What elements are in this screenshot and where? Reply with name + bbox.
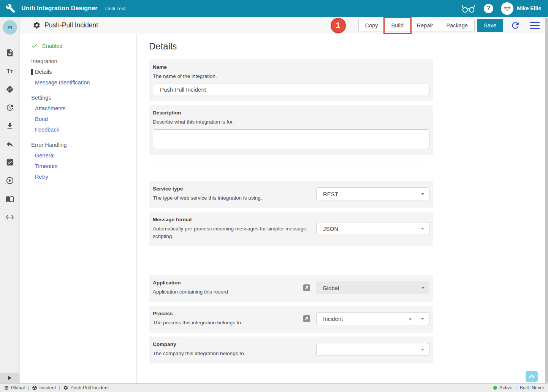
- field-card-name: Name The name of the integration.: [149, 59, 433, 101]
- rail-expand-button[interactable]: [0, 373, 19, 383]
- field-label: Company: [153, 341, 309, 347]
- message-format-value: JSON: [317, 225, 416, 232]
- open-reference-icon[interactable]: [303, 315, 310, 322]
- nav-item-timeouts[interactable]: Timeouts: [35, 163, 136, 169]
- clear-value-icon[interactable]: ×: [405, 316, 416, 322]
- vertical-scrollbar[interactable]: [545, 18, 548, 383]
- gear-icon: [63, 385, 68, 390]
- field-label: Service type: [153, 186, 309, 192]
- company-select[interactable]: [316, 343, 429, 356]
- app-title: Unifi Integration Designer: [21, 5, 98, 12]
- nav-section-title: Integration: [31, 58, 136, 64]
- field-card-process: Process The process this integration bel…: [149, 306, 433, 333]
- record-initials-avatar: PI: [3, 20, 17, 35]
- nav-item-attachments[interactable]: Attachments: [35, 105, 136, 111]
- download-icon[interactable]: [6, 122, 14, 130]
- field-label: Name: [153, 64, 429, 70]
- section-divider: [153, 162, 429, 162]
- save-button[interactable]: Save: [477, 19, 503, 32]
- play-circle-icon[interactable]: [6, 176, 14, 185]
- repair-button[interactable]: Repair: [410, 19, 440, 32]
- nav-item-details[interactable]: Details: [31, 69, 136, 75]
- nav-section-title: Settings: [31, 95, 136, 101]
- application-select[interactable]: Global: [316, 281, 429, 294]
- process-icon: [32, 385, 37, 390]
- field-help: Describe what this integration is for.: [153, 118, 429, 126]
- enabled-status-label: Enabled: [42, 43, 62, 49]
- document-icon[interactable]: [6, 49, 14, 57]
- rail-icon-list: TT: [0, 49, 19, 221]
- nav-item-retry[interactable]: Retry: [35, 174, 136, 180]
- field-help: The company this integration belongs to.: [153, 350, 309, 357]
- unifi-integration-designer-app: Unifi Integration Designer Unifi Test ?: [0, 0, 548, 392]
- assignment-done-icon[interactable]: [6, 158, 14, 167]
- header-actions: 1 Copy Build Repair Package Save: [331, 18, 548, 33]
- build-button-label: Build: [391, 22, 404, 29]
- nav-item-feedback[interactable]: Feedback: [35, 127, 136, 133]
- update-history-icon[interactable]: [6, 103, 14, 112]
- nav-section-error-handling: Error Handling General Timeouts Retry: [20, 142, 136, 180]
- topbar-right-group: ? Mike Ellis: [461, 2, 548, 15]
- breadcrumb-incident[interactable]: Incident: [32, 385, 56, 390]
- book-icon[interactable]: [6, 195, 14, 203]
- dropdown-arrow: [416, 188, 429, 200]
- directions-icon[interactable]: [6, 85, 14, 94]
- record-title: Push-Pull Incident: [44, 21, 98, 29]
- build-button[interactable]: Build: [385, 19, 410, 32]
- field-help: The process this integration belongs to.: [153, 319, 303, 327]
- section-divider: [153, 256, 429, 256]
- process-select[interactable]: Incident ×: [316, 312, 429, 325]
- separator: |: [28, 385, 29, 390]
- record-title-group: Push-Pull Incident: [33, 21, 98, 29]
- nav-item-bond[interactable]: Bond: [35, 116, 136, 122]
- main-content: Details Name The name of the integration…: [137, 34, 545, 383]
- field-card-application: Application Application containing this …: [149, 275, 433, 302]
- record-action-buttons: Copy Build Repair Package: [358, 19, 475, 32]
- reply-icon[interactable]: [6, 140, 14, 148]
- user-avatar[interactable]: [501, 2, 513, 15]
- copy-button[interactable]: Copy: [358, 19, 385, 32]
- apps-grid-icon: [4, 385, 9, 390]
- text-format-icon[interactable]: TT: [6, 67, 14, 75]
- top-app-bar: Unifi Integration Designer Unifi Test ?: [0, 0, 548, 17]
- field-card-company: Company The company this integration bel…: [149, 336, 433, 363]
- hamburger-menu-icon[interactable]: [530, 22, 540, 29]
- help-button[interactable]: ?: [484, 4, 493, 13]
- field-card-description: Description Describe what this integrati…: [149, 105, 433, 155]
- nav-item-message-identification[interactable]: Message Identification: [35, 79, 136, 86]
- nav-section-title: Error Handling: [31, 142, 136, 148]
- spectacles-icon[interactable]: [461, 3, 475, 13]
- breadcrumb-global[interactable]: Global: [4, 385, 25, 390]
- open-reference-icon[interactable]: [303, 284, 310, 291]
- enabled-status: Enabled: [31, 43, 136, 49]
- code-icon[interactable]: [6, 213, 14, 221]
- active-status-label: Active: [499, 385, 512, 390]
- separator: |: [515, 385, 516, 390]
- environment-label: Unifi Test: [105, 6, 125, 11]
- breadcrumb-label: Global: [11, 385, 25, 390]
- breadcrumb-push-pull-incident[interactable]: Push-Pull Incident: [63, 385, 109, 390]
- nav-item-general[interactable]: General: [35, 152, 136, 159]
- user-name[interactable]: Mike Ellis: [517, 5, 541, 11]
- icon-rail: PI TT: [0, 17, 20, 383]
- field-label: Description: [153, 110, 429, 116]
- process-value: Incident: [317, 316, 405, 322]
- field-help: Application containing this record: [153, 288, 303, 296]
- field-label: Message format: [153, 217, 309, 222]
- nav-section-settings: Settings Attachments Bond Feedback: [20, 95, 136, 133]
- package-button[interactable]: Package: [440, 19, 475, 32]
- description-textarea[interactable]: [153, 129, 429, 149]
- name-input[interactable]: [153, 84, 429, 95]
- service-type-value: REST: [317, 191, 416, 197]
- built-status-label: Built: Never: [519, 385, 544, 390]
- status-right-group: Active | Built: Never: [493, 385, 544, 390]
- dropdown-arrow: [416, 281, 429, 294]
- service-type-select[interactable]: REST: [316, 187, 429, 200]
- field-help: Automatically pre-process incoming messa…: [153, 225, 309, 240]
- field-help: The name of the integration.: [153, 73, 429, 80]
- refresh-icon[interactable]: [510, 21, 520, 30]
- message-format-select[interactable]: JSON: [316, 222, 429, 235]
- scroll-to-top-button[interactable]: [526, 371, 538, 382]
- dropdown-arrow: [416, 222, 429, 235]
- field-help: The type of web service this integration…: [153, 194, 309, 202]
